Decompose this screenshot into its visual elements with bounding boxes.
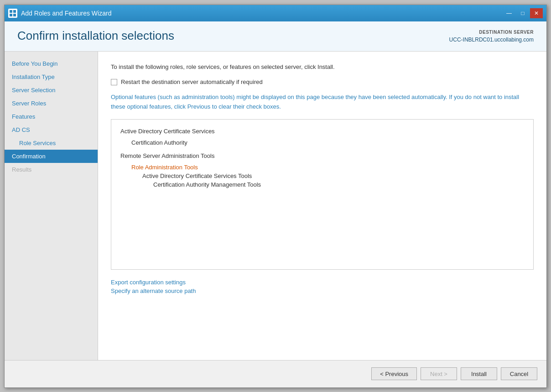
alternate-source-link[interactable]: Specify an alternate source path (111, 287, 534, 294)
header-top: Confirm installation selections DESTINAT… (17, 29, 534, 44)
sidebar-item-confirmation[interactable]: Confirmation (5, 150, 98, 163)
page-title: Confirm installation selections (17, 29, 174, 43)
app-icon (8, 9, 17, 18)
titlebar-controls: — □ ✕ (503, 8, 543, 18)
sidebar-item-server-roles[interactable]: Server Roles (5, 97, 98, 110)
sidebar-item-ad-cs[interactable]: AD CS (5, 123, 98, 136)
main-content: Before You Begin Installation Type Serve… (5, 52, 546, 360)
minimize-button[interactable]: — (503, 8, 515, 18)
feature-ca-mgmt-tools: Certification Authority Management Tools (120, 180, 524, 189)
destination-label: DESTINATION SERVER (449, 29, 534, 36)
sidebar-item-server-selection[interactable]: Server Selection (5, 84, 98, 97)
previous-button[interactable]: < Previous (371, 367, 417, 380)
sidebar-item-features[interactable]: Features (5, 110, 98, 123)
sidebar: Before You Begin Installation Type Serve… (5, 52, 98, 360)
sidebar-item-role-services[interactable]: Role Services (5, 136, 98, 150)
feature-adcs-tools: Active Directory Certificate Services To… (120, 172, 524, 180)
cancel-button[interactable]: Cancel (501, 367, 537, 380)
footer: < Previous Next > Install Cancel (5, 360, 546, 387)
feature-role-admin-tools: Role Administration Tools (120, 163, 524, 172)
sidebar-item-installation-type[interactable]: Installation Type (5, 70, 98, 84)
link-row: Export configuration settings Specify an… (111, 279, 534, 294)
content-area: To install the following roles, role ser… (98, 52, 546, 360)
close-button[interactable]: ✕ (530, 8, 543, 18)
svg-rect-2 (10, 14, 12, 16)
feature-rsat: Remote Server Administration Tools (120, 152, 524, 160)
feature-ad-cs: Active Directory Certificate Services (120, 127, 524, 136)
restart-checkbox[interactable] (111, 79, 117, 85)
restart-label: Restart the destination server automatic… (121, 78, 263, 85)
next-button: Next > (421, 367, 457, 380)
titlebar-left: Add Roles and Features Wizard (8, 9, 111, 18)
destination-server-info: DESTINATION SERVER UCC-INBLRDC01.uccolla… (449, 29, 534, 44)
svg-rect-0 (10, 10, 12, 13)
restart-row: Restart the destination server automatic… (111, 78, 534, 85)
main-window: Add Roles and Features Wizard — □ ✕ Conf… (4, 5, 547, 388)
header-bar: Confirm installation selections DESTINAT… (5, 21, 546, 52)
intro-text: To install the following roles, role ser… (111, 63, 534, 72)
optional-text: Optional features (such as administratio… (111, 93, 534, 112)
svg-rect-3 (13, 14, 16, 16)
destination-server-name: UCC-INBLRDC01.uccollabing.com (449, 36, 534, 44)
window-title: Add Roles and Features Wizard (21, 10, 111, 17)
export-config-link[interactable]: Export configuration settings (111, 279, 534, 286)
svg-rect-1 (13, 10, 16, 13)
maximize-button[interactable]: □ (516, 8, 529, 18)
features-box: Active Directory Certificate Services Ce… (111, 119, 534, 270)
sidebar-item-results: Results (5, 163, 98, 176)
titlebar: Add Roles and Features Wizard — □ ✕ (5, 5, 546, 21)
sidebar-item-before-you-begin[interactable]: Before You Begin (5, 57, 98, 70)
feature-cert-authority: Certification Authority (120, 138, 524, 147)
install-button[interactable]: Install (461, 367, 497, 380)
